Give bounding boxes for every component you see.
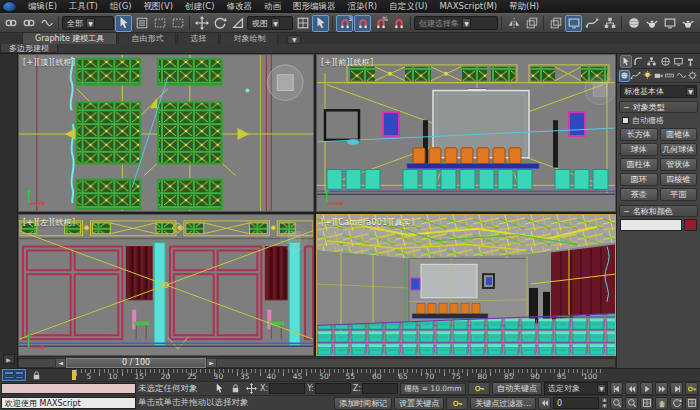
motion-tab[interactable] (659, 55, 671, 68)
angle-snap-icon[interactable] (354, 15, 371, 32)
primitive-button[interactable]: 圆柱体 (620, 158, 658, 171)
geometry-subtab[interactable] (619, 70, 630, 82)
autogrid-checkbox[interactable] (622, 117, 629, 124)
menu-item[interactable]: 自定义(U) (383, 0, 433, 13)
viewport-top[interactable]: [+][顶][线框] (18, 54, 314, 212)
menu-item[interactable]: 图形编辑器 (287, 0, 342, 13)
viewcube[interactable] (267, 65, 303, 101)
primitive-button[interactable]: 管状体 (660, 158, 698, 171)
menu-item[interactable]: 工具(T) (63, 0, 104, 13)
align-icon[interactable] (523, 15, 540, 32)
select-object-button[interactable] (115, 15, 132, 32)
helpers-subtab[interactable] (664, 70, 675, 82)
curve-editor-icon[interactable] (583, 15, 600, 32)
modify-tab[interactable] (633, 55, 645, 68)
app-logo-icon[interactable] (2, 1, 17, 12)
ribbon-tab[interactable]: Graphite 建模工具 (22, 32, 117, 44)
x-coordinate-field[interactable] (269, 383, 305, 394)
time-slider-handle[interactable]: 0 / 100 (66, 358, 206, 368)
viewport-layout-tabs-icon[interactable] (2, 369, 26, 381)
object-name-input[interactable] (620, 219, 682, 231)
menu-item[interactable]: 编辑(E) (22, 0, 63, 13)
primitive-button[interactable]: 平面 (660, 188, 698, 201)
lights-subtab[interactable] (642, 70, 653, 82)
menu-item[interactable]: MAXScript(M) (434, 0, 504, 13)
pan-hand-icon[interactable] (655, 397, 668, 410)
maximize-viewport-icon[interactable] (685, 397, 698, 410)
time-slider-prev-icon[interactable]: ◄ (55, 358, 66, 368)
zoom-all-icon[interactable] (625, 397, 638, 410)
expand-strip-icon[interactable]: ▶ (3, 354, 15, 364)
utilities-tab[interactable] (685, 55, 697, 68)
absolute-mode-icon[interactable] (244, 382, 258, 395)
object-type-rollout-header[interactable]: − 对象类型 (619, 101, 698, 113)
current-frame-field[interactable] (553, 397, 599, 409)
spacewarps-subtab[interactable] (676, 70, 687, 82)
use-pivot-center-icon[interactable] (294, 15, 311, 32)
rectangular-selection-region-icon[interactable] (151, 15, 168, 32)
auto-key-button[interactable]: 自动关键点 (492, 382, 542, 395)
cameras-subtab[interactable] (653, 70, 664, 82)
menu-item[interactable]: 帮助(H) (503, 0, 545, 13)
material-editor-icon[interactable] (625, 15, 642, 32)
object-color-swatch[interactable] (684, 219, 697, 231)
bind-to-spacewarp-icon[interactable] (38, 15, 55, 32)
selection-lock-toggle-icon[interactable] (228, 382, 242, 395)
primitive-button[interactable]: 茶壶 (620, 188, 658, 201)
select-and-move-icon[interactable] (193, 15, 210, 32)
frame-spinner[interactable]: ▲▼ (601, 397, 608, 409)
select-manipulate-icon[interactable] (312, 15, 329, 32)
viewport-label-left[interactable]: [+][左][线框] (23, 217, 75, 228)
select-and-link-icon[interactable] (2, 15, 19, 32)
viewport-label-camera[interactable]: [+][Camera001][真实] (321, 217, 415, 228)
zoom-extents-icon[interactable] (640, 397, 653, 410)
primitive-button[interactable]: 四棱锥 (660, 173, 698, 186)
orbit-icon[interactable] (670, 397, 683, 410)
menu-item[interactable]: 组(G) (104, 0, 138, 13)
timeline-ruler[interactable]: 5101520253035404550556065707580859095100 (76, 369, 604, 381)
reference-coordinate-dropdown[interactable]: 视图▼ (247, 16, 293, 30)
rendered-frame-window-icon[interactable] (661, 15, 678, 32)
select-by-name-icon[interactable] (133, 15, 150, 32)
create-tab[interactable] (620, 55, 632, 68)
select-and-scale-icon[interactable] (229, 15, 246, 32)
viewcube[interactable] (585, 74, 615, 104)
hierarchy-tab[interactable] (646, 55, 658, 68)
viewport-camera[interactable]: [+][Camera001][真实] (316, 214, 616, 356)
go-to-previous-key-icon[interactable] (538, 397, 551, 410)
mirror-icon[interactable] (505, 15, 522, 32)
window-crossing-toggle-icon[interactable] (169, 15, 186, 32)
primitive-button[interactable]: 圆环 (620, 173, 658, 186)
selection-set-dropdown[interactable]: 选定对象▼ (544, 382, 608, 395)
set-key-button[interactable]: 设置关键点 (394, 397, 444, 410)
primitive-category-dropdown[interactable]: 标准基本体 ▼ (620, 85, 697, 98)
manage-layers-icon[interactable] (547, 15, 564, 32)
viewport-front[interactable]: [+][前][线框] (316, 54, 616, 212)
set-key-icon[interactable] (468, 382, 490, 395)
key-mode-toggle-icon[interactable] (685, 382, 698, 395)
polygon-modeling-panel[interactable]: 多边形建模 (0, 44, 58, 53)
spinner-snap-icon[interactable] (390, 15, 407, 32)
menu-item[interactable]: 修改器 (221, 0, 259, 13)
go-to-end-icon[interactable] (670, 382, 683, 395)
macro-recorder-field[interactable] (1, 383, 136, 394)
selection-filter-dropdown[interactable]: 全部▼ (62, 16, 114, 30)
key-filters-button[interactable]: 关键点过滤器... (470, 397, 536, 410)
viewport-label-front[interactable]: [+][前][线框] (321, 57, 373, 68)
go-to-start-icon[interactable] (610, 382, 623, 395)
add-time-tag-button[interactable]: 添加时间标记 (334, 397, 392, 410)
viewport-label-top[interactable]: [+][顶][线框] (23, 57, 75, 68)
key-filters-icon[interactable] (446, 397, 468, 410)
y-coordinate-field[interactable] (315, 383, 351, 394)
systems-subtab[interactable] (687, 70, 698, 82)
display-tab[interactable] (672, 55, 684, 68)
percent-snap-icon[interactable]: % (372, 15, 389, 32)
render-setup-icon[interactable] (643, 15, 660, 32)
maxscript-mini-listener[interactable]: 欢迎使用 MAXScript (1, 397, 136, 409)
viewcube[interactable] (281, 224, 308, 251)
unlink-selection-icon[interactable] (20, 15, 37, 32)
schematic-view-icon[interactable] (601, 15, 618, 32)
primitive-button[interactable]: 圆锥体 (660, 128, 698, 141)
time-slider-next-icon[interactable]: ► (206, 358, 217, 368)
next-frame-icon[interactable] (655, 382, 668, 395)
